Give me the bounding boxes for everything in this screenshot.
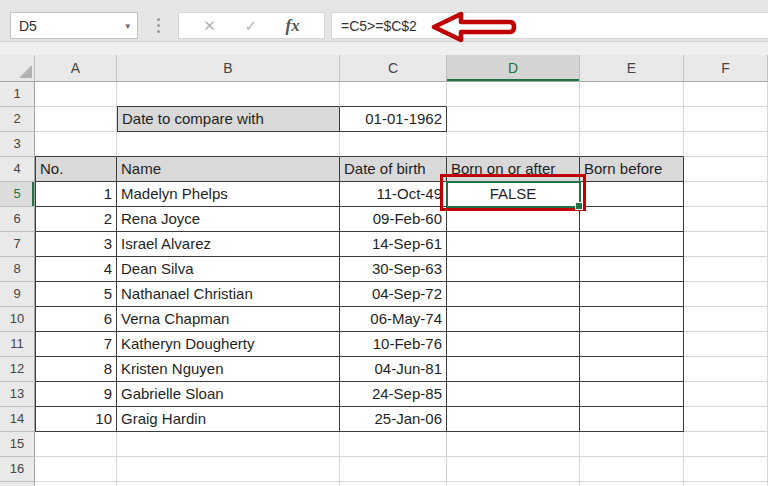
row-header-12[interactable]: 12 xyxy=(0,357,35,382)
row-header-13[interactable]: 13 xyxy=(0,382,35,407)
column-header-d[interactable]: D xyxy=(447,55,580,82)
cell-D2[interactable] xyxy=(447,107,580,132)
cell-D12[interactable] xyxy=(447,357,580,382)
row-header-8[interactable]: 8 xyxy=(0,257,35,282)
cell-E9[interactable] xyxy=(580,282,684,307)
cell-F12[interactable] xyxy=(684,357,768,382)
cell-A6[interactable]: 2 xyxy=(35,207,117,232)
cell-D11[interactable] xyxy=(447,332,580,357)
cell-C11[interactable]: 10-Feb-76 xyxy=(340,332,447,357)
cell-F10[interactable] xyxy=(684,307,768,332)
row-header-16[interactable]: 16 xyxy=(0,457,35,482)
cell-F16[interactable] xyxy=(684,457,768,482)
cell-E13[interactable] xyxy=(580,382,684,407)
column-header-e[interactable]: E xyxy=(580,55,684,82)
cell-F14[interactable] xyxy=(684,407,768,432)
row-header-6[interactable]: 6 xyxy=(0,207,35,232)
cell-D14[interactable] xyxy=(447,407,580,432)
cell-B16[interactable] xyxy=(117,457,340,482)
row-header-2[interactable]: 2 xyxy=(0,107,35,132)
cell-B3[interactable] xyxy=(117,132,340,157)
cell-A12[interactable]: 8 xyxy=(35,357,117,382)
row-header-17[interactable] xyxy=(0,482,35,486)
column-header-b[interactable]: B xyxy=(117,55,340,82)
row-header-4[interactable]: 4 xyxy=(0,157,35,182)
cell-F17[interactable] xyxy=(684,482,768,486)
cell-C2[interactable]: 01-01-1962 xyxy=(340,107,447,132)
cell-E4[interactable]: Born before xyxy=(580,157,684,182)
cell-D15[interactable] xyxy=(447,432,580,457)
cell-B8[interactable]: Dean Silva xyxy=(117,257,340,282)
cell-F4[interactable] xyxy=(684,157,768,182)
cell-B1[interactable] xyxy=(117,82,340,107)
cell-F2[interactable] xyxy=(684,107,768,132)
cell-C4[interactable]: Date of birth xyxy=(340,157,447,182)
cell-C13[interactable]: 24-Sep-85 xyxy=(340,382,447,407)
cell-C15[interactable] xyxy=(340,432,447,457)
column-header-a[interactable]: A xyxy=(35,55,117,82)
cell-A5[interactable]: 1 xyxy=(35,182,117,207)
cell-E2[interactable] xyxy=(580,107,684,132)
cell-B14[interactable]: Graig Hardin xyxy=(117,407,340,432)
cell-D8[interactable] xyxy=(447,257,580,282)
enter-icon[interactable]: ✓ xyxy=(244,18,257,33)
cell-D4[interactable]: Born on or after xyxy=(447,157,580,182)
cell-B2[interactable]: Date to compare with xyxy=(117,107,340,132)
cell-C14[interactable]: 25-Jan-06 xyxy=(340,407,447,432)
chevron-down-icon[interactable]: ▾ xyxy=(125,21,137,31)
cell-D5[interactable]: FALSE xyxy=(447,182,580,207)
cell-A13[interactable]: 9 xyxy=(35,382,117,407)
row-header-5[interactable]: 5 xyxy=(0,182,35,207)
cell-F15[interactable] xyxy=(684,432,768,457)
cell-C16[interactable] xyxy=(340,457,447,482)
cell-B7[interactable]: Israel Alvarez xyxy=(117,232,340,257)
cell-C3[interactable] xyxy=(340,132,447,157)
cell-E15[interactable] xyxy=(580,432,684,457)
cell-B15[interactable] xyxy=(117,432,340,457)
cell-D7[interactable] xyxy=(447,232,580,257)
cell-B4[interactable]: Name xyxy=(117,157,340,182)
cell-A9[interactable]: 5 xyxy=(35,282,117,307)
cell-B12[interactable]: Kristen Nguyen xyxy=(117,357,340,382)
cell-B5[interactable]: Madelyn Phelps xyxy=(117,182,340,207)
cell-E12[interactable] xyxy=(580,357,684,382)
row-header-3[interactable]: 3 xyxy=(0,132,35,157)
cell-E14[interactable] xyxy=(580,407,684,432)
cell-A3[interactable] xyxy=(35,132,117,157)
cell-A10[interactable]: 6 xyxy=(35,307,117,332)
cell-F8[interactable] xyxy=(684,257,768,282)
cell-D3[interactable] xyxy=(447,132,580,157)
cell-D10[interactable] xyxy=(447,307,580,332)
row-header-10[interactable]: 10 xyxy=(0,307,35,332)
cell-E1[interactable] xyxy=(580,82,684,107)
cell-C17[interactable] xyxy=(340,482,447,486)
cell-E5[interactable] xyxy=(580,182,684,207)
cancel-icon[interactable]: ✕ xyxy=(203,18,216,33)
cell-F3[interactable] xyxy=(684,132,768,157)
cell-B9[interactable]: Nathanael Christian xyxy=(117,282,340,307)
insert-function-icon[interactable]: fx xyxy=(286,16,300,36)
cell-E10[interactable] xyxy=(580,307,684,332)
cell-A15[interactable] xyxy=(35,432,117,457)
cell-B13[interactable]: Gabrielle Sloan xyxy=(117,382,340,407)
cell-B17[interactable] xyxy=(117,482,340,486)
cell-D6[interactable] xyxy=(447,207,580,232)
column-header-c[interactable]: C xyxy=(340,55,447,82)
cell-A16[interactable] xyxy=(35,457,117,482)
cell-A2[interactable] xyxy=(35,107,117,132)
row-header-7[interactable]: 7 xyxy=(0,232,35,257)
cell-A8[interactable]: 4 xyxy=(35,257,117,282)
cell-D13[interactable] xyxy=(447,382,580,407)
cell-C9[interactable]: 04-Sep-72 xyxy=(340,282,447,307)
cell-F9[interactable] xyxy=(684,282,768,307)
cell-B11[interactable]: Katheryn Dougherty xyxy=(117,332,340,357)
cell-A17[interactable] xyxy=(35,482,117,486)
row-header-9[interactable]: 9 xyxy=(0,282,35,307)
cell-C12[interactable]: 04-Jun-81 xyxy=(340,357,447,382)
cell-C10[interactable]: 06-May-74 xyxy=(340,307,447,332)
cell-C7[interactable]: 14-Sep-61 xyxy=(340,232,447,257)
cell-F6[interactable] xyxy=(684,207,768,232)
cell-E3[interactable] xyxy=(580,132,684,157)
cell-D1[interactable] xyxy=(447,82,580,107)
cell-F7[interactable] xyxy=(684,232,768,257)
